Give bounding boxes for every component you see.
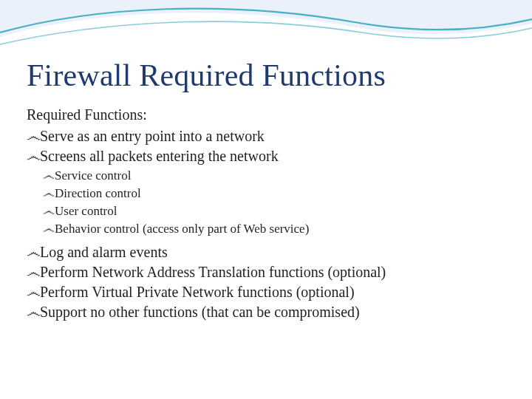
list-item: ෴ Support no other functions (that can b… — [27, 302, 505, 321]
bullet-icon: ෴ — [27, 126, 40, 146]
list-item-text: Perform Virtual Private Network function… — [40, 282, 505, 301]
list-item: ෴ Log and alarm events — [27, 242, 505, 262]
bullet-icon: ෴ — [27, 146, 40, 166]
bullets-top: ෴ Serve as an entry point into a network… — [27, 126, 505, 166]
bullet-icon: ෴ — [43, 203, 55, 220]
list-item-text: Log and alarm events — [40, 242, 505, 262]
bullet-icon: ෴ — [27, 302, 40, 321]
list-item: ෴ User control — [43, 203, 505, 220]
list-item-text: Screens all packets entering the network — [40, 146, 505, 166]
bullet-icon: ෴ — [43, 185, 55, 202]
subtitle: Required Functions: — [27, 106, 505, 123]
list-item-text: User control — [55, 203, 505, 220]
list-item-text: Direction control — [55, 185, 505, 202]
list-item: ෴ Direction control — [43, 185, 505, 202]
list-item: ෴ Perform Virtual Private Network functi… — [27, 282, 505, 301]
page-title: Firewall Required Functions — [27, 58, 505, 93]
list-item: ෴ Serve as an entry point into a network — [27, 126, 505, 146]
bullet-icon: ෴ — [27, 262, 40, 282]
list-item-text: Serve as an entry point into a network — [40, 126, 505, 146]
bullets-bottom: ෴ Log and alarm events ෴ Perform Network… — [27, 242, 505, 321]
list-item-text: Perform Network Address Translation func… — [40, 262, 505, 282]
list-item: ෴ Behavior control (access only part of … — [43, 221, 505, 238]
list-item: ෴ Perform Network Address Translation fu… — [27, 262, 505, 282]
list-item-text: Support no other functions (that can be … — [40, 302, 505, 321]
slide-content: Firewall Required Functions Required Fun… — [0, 0, 532, 321]
list-item: ෴ Service control — [43, 168, 505, 185]
list-item-text: Behavior control (access only part of We… — [55, 221, 505, 238]
bullet-icon: ෴ — [43, 168, 55, 185]
bullet-icon: ෴ — [43, 221, 55, 238]
list-item: ෴ Screens all packets entering the netwo… — [27, 146, 505, 166]
list-item-text: Service control — [55, 168, 505, 185]
bullet-icon: ෴ — [27, 242, 40, 262]
sub-bullets: ෴ Service control ෴ Direction control ෴ … — [43, 168, 505, 238]
bullet-icon: ෴ — [27, 282, 40, 301]
